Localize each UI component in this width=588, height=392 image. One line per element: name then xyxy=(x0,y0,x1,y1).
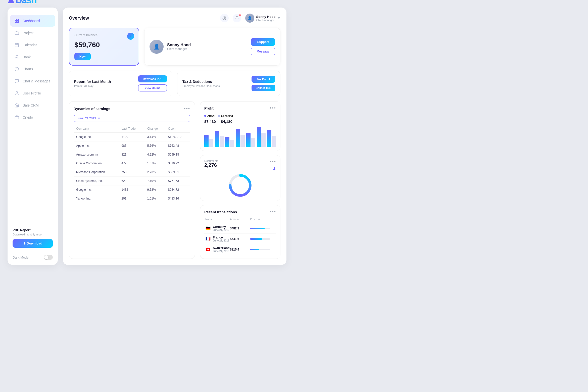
download-pdf-button[interactable]: Download PDF xyxy=(138,75,167,82)
dark-mode-label: Dark Mode xyxy=(13,256,29,259)
earnings-table-container: Company Last Trade Change Open Google In… xyxy=(74,125,190,203)
bar-pair xyxy=(204,135,213,147)
sidebar-item-calendar[interactable]: Calendar xyxy=(10,39,55,51)
report-row: Report for Last Month from 01.31 May Dow… xyxy=(69,71,280,96)
spending-bar xyxy=(240,135,245,147)
user-card-right: Support Message xyxy=(251,38,275,55)
change-cell: 1.61% xyxy=(145,194,166,203)
amount-cell: $541.6 xyxy=(230,237,250,241)
user-name: Sonny Hood xyxy=(256,15,276,19)
new-button[interactable]: New xyxy=(74,53,91,60)
logo-text: Dash xyxy=(16,0,37,6)
sidebar-item-label: Bank xyxy=(23,55,31,59)
balance-card: Current balance › $59,760 New xyxy=(69,28,139,66)
progress-bar-outer xyxy=(250,249,270,250)
bar-pair xyxy=(246,133,255,147)
country-cell: 🇫🇷 France June 21, 2019 xyxy=(205,236,230,242)
pdf-download-button[interactable]: ⬇ Download xyxy=(13,239,53,248)
sidebar-item-user-profile[interactable]: User Profile xyxy=(10,87,55,99)
last-trade-cell: 1432 xyxy=(119,185,145,194)
spending-dot xyxy=(218,115,220,117)
sidebar-item-label: Sale CRM xyxy=(23,103,39,107)
download-icon[interactable]: ⬇ xyxy=(272,166,276,172)
toggle-knob xyxy=(44,255,48,259)
tax-portal-button[interactable]: Tax Portal xyxy=(252,76,275,83)
sidebar-item-label: Calendar xyxy=(23,43,37,47)
transaction-date: June 21, 2019 xyxy=(213,229,229,231)
sidebar-item-sale-crm[interactable]: Sale CRM xyxy=(10,100,55,111)
document-menu-button[interactable]: ••• xyxy=(270,159,276,165)
main-content: Overview 👤 Sonny Hood xyxy=(63,8,286,265)
profit-menu-button[interactable]: ••• xyxy=(270,106,276,111)
svg-rect-4 xyxy=(15,43,19,47)
arrival-bar xyxy=(267,130,271,147)
sidebar-item-charts[interactable]: Charts xyxy=(10,63,55,75)
country-info: Switzerland June 21, 2019 xyxy=(213,246,230,253)
open-cell: $599.18 xyxy=(166,150,190,159)
bar-pair xyxy=(225,137,234,147)
sidebar-item-crypto[interactable]: Crypto xyxy=(10,112,55,123)
dark-mode-toggle[interactable] xyxy=(44,255,53,260)
arrival-amount: $7,430 xyxy=(204,119,216,124)
company-cell: Microsoft Corporation xyxy=(74,168,119,177)
change-cell: 2.73% xyxy=(145,168,166,177)
profit-card: Profit ••• Arrival Spending $7,430 $4,18… xyxy=(200,101,280,151)
country-cell: 🇩🇪 Germany June 21, 2019 xyxy=(205,225,230,231)
notifications-button[interactable] xyxy=(233,14,241,22)
earnings-table: Company Last Trade Change Open Google In… xyxy=(74,125,190,203)
arrival-bar xyxy=(215,131,219,147)
message-button[interactable]: Message xyxy=(251,48,275,55)
collect-tds-button[interactable]: Collect TDS xyxy=(252,85,275,91)
change-cell: 9.78% xyxy=(145,185,166,194)
progress-bar-inner xyxy=(250,249,259,250)
tax-title: Tax & Deductions xyxy=(182,80,220,84)
bar-pair xyxy=(236,129,245,147)
svg-rect-2 xyxy=(15,21,16,23)
open-cell: $771.53 xyxy=(166,177,190,185)
change-cell: 4.92% xyxy=(145,150,166,159)
chevron-down-icon: ▼ xyxy=(97,117,101,120)
last-trade-cell: 201 xyxy=(119,194,145,203)
list-item: 🇩🇪 Germany June 21, 2019 $482.3 xyxy=(204,223,276,234)
earnings-menu-button[interactable]: ••• xyxy=(184,106,190,111)
sidebar-bottom: PDF Report Download monthly report ⬇ Dow… xyxy=(8,224,58,252)
crypto-icon xyxy=(14,115,20,120)
support-button[interactable]: Support xyxy=(251,38,275,46)
header: Overview 👤 Sonny Hood xyxy=(69,14,280,23)
balance-arrow-button[interactable]: › xyxy=(127,33,134,40)
user-header-info[interactable]: 👤 Sonny Hood Chief manager ▼ xyxy=(245,14,280,23)
settings-button[interactable] xyxy=(220,14,229,22)
translations-menu-button[interactable]: ••• xyxy=(270,209,276,215)
dashboard-icon xyxy=(14,18,20,24)
bar-pair xyxy=(215,131,224,147)
report-title: Report for Last Month xyxy=(74,80,111,84)
date-select[interactable]: June, 21/2019 ▼ xyxy=(74,115,190,122)
col-process: Process xyxy=(250,218,275,221)
progress-cell xyxy=(250,238,275,240)
arrival-bar xyxy=(225,137,229,147)
spending-bar xyxy=(209,139,213,147)
table-row: Amazon.com Inc. 821 4.92% $599.18 xyxy=(74,150,190,159)
spending-bar xyxy=(251,138,255,147)
open-cell: $1,762.12 xyxy=(166,133,190,141)
bar-pair xyxy=(267,130,276,147)
view-online-button[interactable]: View Online xyxy=(138,84,167,91)
profit-title: Profit xyxy=(204,106,214,110)
country-name: France xyxy=(213,236,229,239)
calendar-icon xyxy=(14,42,20,48)
dark-mode-row: Dark Mode xyxy=(8,252,58,260)
translations-body: 🇩🇪 Germany June 21, 2019 $482.3 🇫🇷 Franc… xyxy=(204,223,276,255)
sidebar-item-dashboard[interactable]: Dashboard xyxy=(10,15,55,27)
change-cell: 7.19% xyxy=(145,177,166,185)
sidebar-item-bank[interactable]: Bank xyxy=(10,51,55,63)
logo: Dash xyxy=(8,0,37,6)
spending-bar xyxy=(272,136,276,147)
sidebar-item-chat[interactable]: Chat & Messages xyxy=(10,75,55,87)
page-title: Overview xyxy=(69,16,89,21)
user-icon xyxy=(14,90,20,96)
sidebar-item-project[interactable]: Project xyxy=(10,27,55,39)
col-amount: Amount xyxy=(230,218,250,221)
arrival-bar xyxy=(204,135,209,147)
donut-chart xyxy=(229,174,252,197)
document-header: Documents 2,276 ••• ⬇ xyxy=(204,159,276,172)
